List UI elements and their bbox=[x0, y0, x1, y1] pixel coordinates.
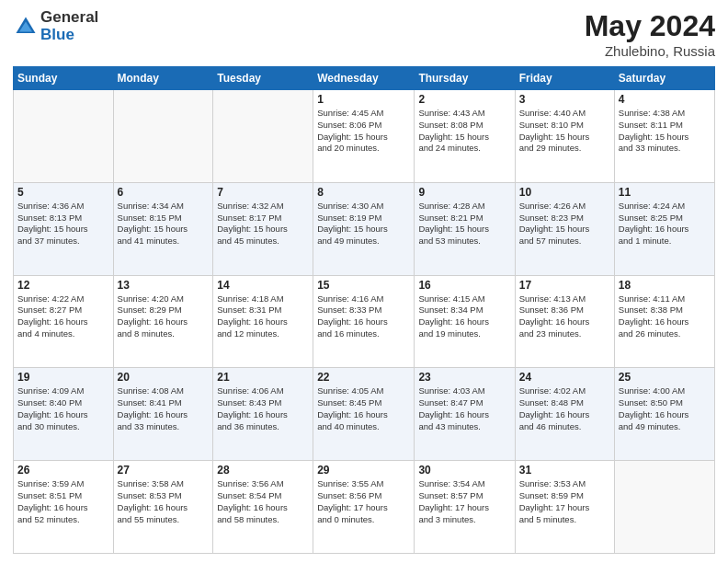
day-number: 10 bbox=[519, 186, 610, 199]
calendar-cell-2 bbox=[213, 90, 313, 183]
day-number: 5 bbox=[17, 186, 109, 199]
calendar-cell-9: 7Sunrise: 4:32 AM Sunset: 8:17 PM Daylig… bbox=[213, 182, 313, 275]
calendar-header-row: SundayMondayTuesdayWednesdayThursdayFrid… bbox=[14, 67, 715, 90]
calendar-cell-24: 22Sunrise: 4:05 AM Sunset: 8:45 PM Dayli… bbox=[313, 368, 415, 461]
calendar-cell-20: 18Sunrise: 4:11 AM Sunset: 8:38 PM Dayli… bbox=[614, 275, 714, 368]
header: General Blue May 2024 Zhulebino, Russia bbox=[13, 9, 715, 59]
calendar-cell-6: 4Sunrise: 4:38 AM Sunset: 8:11 PM Daylig… bbox=[614, 90, 714, 183]
day-info: Sunrise: 3:59 AM Sunset: 8:51 PM Dayligh… bbox=[17, 478, 109, 525]
calendar-cell-14: 12Sunrise: 4:22 AM Sunset: 8:27 PM Dayli… bbox=[14, 275, 114, 368]
day-number: 12 bbox=[17, 279, 109, 292]
calendar-cell-13: 11Sunrise: 4:24 AM Sunset: 8:25 PM Dayli… bbox=[614, 182, 714, 275]
calendar-cell-34 bbox=[614, 461, 714, 554]
day-info: Sunrise: 4:13 AM Sunset: 8:36 PM Dayligh… bbox=[519, 293, 610, 340]
day-number: 4 bbox=[619, 93, 711, 106]
day-info: Sunrise: 4:20 AM Sunset: 8:29 PM Dayligh… bbox=[118, 293, 210, 340]
day-number: 20 bbox=[118, 371, 210, 384]
calendar-header-wednesday: Wednesday bbox=[313, 67, 415, 90]
calendar-cell-12: 10Sunrise: 4:26 AM Sunset: 8:23 PM Dayli… bbox=[515, 182, 614, 275]
day-info: Sunrise: 4:09 AM Sunset: 8:40 PM Dayligh… bbox=[17, 385, 109, 432]
day-info: Sunrise: 4:00 AM Sunset: 8:50 PM Dayligh… bbox=[619, 385, 711, 432]
day-number: 19 bbox=[17, 371, 109, 384]
day-info: Sunrise: 4:16 AM Sunset: 8:33 PM Dayligh… bbox=[317, 293, 410, 340]
day-number: 9 bbox=[418, 186, 510, 199]
calendar-header-friday: Friday bbox=[515, 67, 614, 90]
day-info: Sunrise: 4:26 AM Sunset: 8:23 PM Dayligh… bbox=[519, 201, 610, 247]
logo-icon bbox=[13, 14, 39, 40]
calendar-cell-4: 2Sunrise: 4:43 AM Sunset: 8:08 PM Daylig… bbox=[415, 90, 515, 183]
logo-general: General bbox=[40, 9, 98, 27]
calendar-header-thursday: Thursday bbox=[415, 67, 515, 90]
day-number: 8 bbox=[317, 186, 410, 199]
calendar-cell-5: 3Sunrise: 4:40 AM Sunset: 8:10 PM Daylig… bbox=[515, 90, 614, 183]
calendar-week-4: 19Sunrise: 4:09 AM Sunset: 8:40 PM Dayli… bbox=[14, 368, 715, 461]
calendar: SundayMondayTuesdayWednesdayThursdayFrid… bbox=[13, 66, 715, 554]
day-info: Sunrise: 4:28 AM Sunset: 8:21 PM Dayligh… bbox=[418, 201, 510, 247]
day-info: Sunrise: 3:55 AM Sunset: 8:56 PM Dayligh… bbox=[317, 478, 410, 525]
calendar-cell-10: 8Sunrise: 4:30 AM Sunset: 8:19 PM Daylig… bbox=[313, 182, 415, 275]
calendar-cell-31: 29Sunrise: 3:55 AM Sunset: 8:56 PM Dayli… bbox=[313, 461, 415, 554]
title-month: May 2024 bbox=[585, 9, 715, 43]
calendar-cell-15: 13Sunrise: 4:20 AM Sunset: 8:29 PM Dayli… bbox=[113, 275, 213, 368]
calendar-cell-29: 27Sunrise: 3:58 AM Sunset: 8:53 PM Dayli… bbox=[113, 461, 213, 554]
day-info: Sunrise: 4:34 AM Sunset: 8:15 PM Dayligh… bbox=[118, 201, 210, 247]
calendar-cell-25: 23Sunrise: 4:03 AM Sunset: 8:47 PM Dayli… bbox=[415, 368, 515, 461]
day-number: 21 bbox=[217, 371, 309, 384]
day-info: Sunrise: 4:02 AM Sunset: 8:48 PM Dayligh… bbox=[519, 385, 610, 432]
day-number: 7 bbox=[217, 186, 309, 199]
day-number: 22 bbox=[317, 371, 410, 384]
calendar-cell-0 bbox=[14, 90, 114, 183]
calendar-cell-1 bbox=[113, 90, 213, 183]
logo-blue: Blue bbox=[40, 27, 98, 44]
calendar-cell-7: 5Sunrise: 4:36 AM Sunset: 8:13 PM Daylig… bbox=[14, 182, 114, 275]
page: General Blue May 2024 Zhulebino, Russia … bbox=[0, 0, 728, 563]
day-info: Sunrise: 4:36 AM Sunset: 8:13 PM Dayligh… bbox=[17, 201, 109, 247]
day-number: 28 bbox=[217, 464, 309, 477]
day-info: Sunrise: 4:11 AM Sunset: 8:38 PM Dayligh… bbox=[619, 293, 711, 340]
calendar-header-tuesday: Tuesday bbox=[213, 67, 313, 90]
day-number: 14 bbox=[217, 279, 309, 292]
day-number: 29 bbox=[317, 464, 410, 477]
day-info: Sunrise: 4:38 AM Sunset: 8:11 PM Dayligh… bbox=[619, 108, 711, 155]
day-info: Sunrise: 3:58 AM Sunset: 8:53 PM Dayligh… bbox=[118, 478, 210, 525]
calendar-week-3: 12Sunrise: 4:22 AM Sunset: 8:27 PM Dayli… bbox=[14, 275, 715, 368]
day-number: 1 bbox=[317, 93, 410, 106]
calendar-cell-18: 16Sunrise: 4:15 AM Sunset: 8:34 PM Dayli… bbox=[415, 275, 515, 368]
calendar-cell-33: 31Sunrise: 3:53 AM Sunset: 8:59 PM Dayli… bbox=[515, 461, 614, 554]
day-number: 30 bbox=[418, 464, 510, 477]
calendar-cell-11: 9Sunrise: 4:28 AM Sunset: 8:21 PM Daylig… bbox=[415, 182, 515, 275]
title-location: Zhulebino, Russia bbox=[585, 43, 715, 59]
calendar-header-saturday: Saturday bbox=[614, 67, 714, 90]
day-info: Sunrise: 4:06 AM Sunset: 8:43 PM Dayligh… bbox=[217, 385, 309, 432]
day-info: Sunrise: 4:22 AM Sunset: 8:27 PM Dayligh… bbox=[17, 293, 109, 340]
calendar-cell-17: 15Sunrise: 4:16 AM Sunset: 8:33 PM Dayli… bbox=[313, 275, 415, 368]
day-number: 31 bbox=[519, 464, 610, 477]
title-block: May 2024 Zhulebino, Russia bbox=[585, 9, 715, 59]
day-info: Sunrise: 3:56 AM Sunset: 8:54 PM Dayligh… bbox=[217, 478, 309, 525]
day-info: Sunrise: 4:40 AM Sunset: 8:10 PM Dayligh… bbox=[519, 108, 610, 155]
calendar-header-sunday: Sunday bbox=[14, 67, 114, 90]
day-info: Sunrise: 4:30 AM Sunset: 8:19 PM Dayligh… bbox=[317, 201, 410, 247]
calendar-week-5: 26Sunrise: 3:59 AM Sunset: 8:51 PM Dayli… bbox=[14, 461, 715, 554]
day-info: Sunrise: 4:24 AM Sunset: 8:25 PM Dayligh… bbox=[619, 201, 711, 247]
day-number: 15 bbox=[317, 279, 410, 292]
calendar-cell-21: 19Sunrise: 4:09 AM Sunset: 8:40 PM Dayli… bbox=[14, 368, 114, 461]
logo-text: General Blue bbox=[40, 9, 98, 43]
day-number: 6 bbox=[118, 186, 210, 199]
day-info: Sunrise: 4:08 AM Sunset: 8:41 PM Dayligh… bbox=[118, 385, 210, 432]
calendar-week-2: 5Sunrise: 4:36 AM Sunset: 8:13 PM Daylig… bbox=[14, 182, 715, 275]
calendar-header-monday: Monday bbox=[113, 67, 213, 90]
calendar-cell-23: 21Sunrise: 4:06 AM Sunset: 8:43 PM Dayli… bbox=[213, 368, 313, 461]
calendar-cell-30: 28Sunrise: 3:56 AM Sunset: 8:54 PM Dayli… bbox=[213, 461, 313, 554]
day-number: 24 bbox=[519, 371, 610, 384]
calendar-cell-32: 30Sunrise: 3:54 AM Sunset: 8:57 PM Dayli… bbox=[415, 461, 515, 554]
day-info: Sunrise: 3:53 AM Sunset: 8:59 PM Dayligh… bbox=[519, 478, 610, 525]
day-number: 16 bbox=[418, 279, 510, 292]
day-number: 13 bbox=[118, 279, 210, 292]
day-info: Sunrise: 4:18 AM Sunset: 8:31 PM Dayligh… bbox=[217, 293, 309, 340]
calendar-cell-19: 17Sunrise: 4:13 AM Sunset: 8:36 PM Dayli… bbox=[515, 275, 614, 368]
calendar-cell-27: 25Sunrise: 4:00 AM Sunset: 8:50 PM Dayli… bbox=[614, 368, 714, 461]
calendar-cell-26: 24Sunrise: 4:02 AM Sunset: 8:48 PM Dayli… bbox=[515, 368, 614, 461]
day-info: Sunrise: 4:43 AM Sunset: 8:08 PM Dayligh… bbox=[418, 108, 510, 155]
day-number: 17 bbox=[519, 279, 610, 292]
